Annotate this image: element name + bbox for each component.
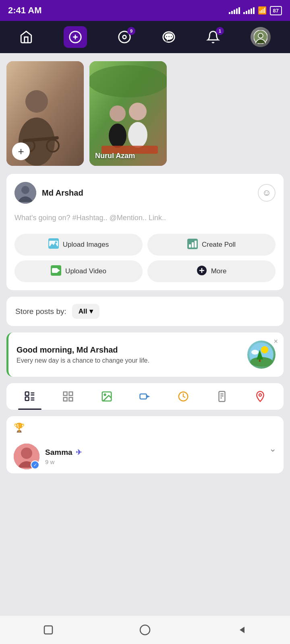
svg-point-22 [21, 186, 29, 194]
post-creator-username: Md Arshad [42, 188, 83, 198]
notification-nav-icon[interactable]: 1 [206, 30, 220, 44]
filter-label: Store posts by: [15, 307, 66, 316]
morning-message: Every new day is a chance to change your… [17, 357, 149, 364]
create-poll-button[interactable]: Create Poll [147, 234, 276, 256]
tab-polls[interactable] [172, 383, 195, 410]
svg-point-38 [261, 346, 268, 353]
create-poll-label: Create Poll [202, 241, 236, 249]
verified-badge-icon: ✓ [31, 460, 39, 469]
post-card-username: Samma ✈ [45, 448, 82, 457]
svg-point-26 [55, 242, 57, 244]
svg-point-66 [140, 625, 150, 635]
svg-rect-55 [140, 394, 146, 399]
android-recent-button[interactable] [38, 620, 58, 640]
status-bar: 2:41 AM 📶 87 [0, 0, 290, 21]
morning-card: Good morning, Md Arshad Every new day is… [6, 332, 284, 377]
svg-point-54 [104, 394, 106, 396]
svg-rect-43 [25, 392, 29, 396]
post-actions: Upload Images Create Poll [14, 234, 276, 282]
post-creator-avatar [14, 182, 36, 204]
filter-dropdown[interactable]: All ▾ [72, 304, 100, 319]
post-card-time: 9 w [45, 458, 82, 465]
tab-location[interactable] [249, 383, 272, 410]
status-icons: 📶 87 [229, 6, 282, 15]
morning-card-text: Good morning, Md Arshad Every new day is… [17, 345, 149, 364]
svg-marker-67 [240, 627, 244, 633]
tab-grid[interactable] [56, 383, 80, 410]
svg-rect-30 [195, 241, 197, 248]
upload-video-label: Upload Video [65, 267, 106, 275]
post-card-user: ✓ Samma ✈ 9 w [14, 444, 82, 469]
emoji-button[interactable]: ☺ [258, 184, 276, 202]
svg-rect-50 [69, 392, 73, 396]
post-creator-header: Md Arshad ☺ [14, 182, 276, 204]
svg-rect-49 [64, 392, 67, 396]
morning-illustration [247, 341, 276, 369]
svg-point-15 [89, 65, 167, 97]
status-time: 2:41 AM [8, 5, 42, 16]
svg-point-19 [128, 122, 147, 148]
svg-point-64 [21, 448, 32, 459]
more-icon [197, 265, 207, 278]
add-nav-button[interactable] [64, 26, 87, 48]
post-input-placeholder[interactable]: What's going on? #Hashtag.. @Mention.. L… [14, 210, 276, 226]
filter-value: All [79, 308, 87, 316]
svg-point-18 [129, 103, 147, 120]
upload-images-button[interactable]: Upload Images [14, 234, 143, 256]
more-label: More [211, 267, 227, 275]
morning-card-close[interactable]: × [273, 337, 278, 346]
filter-bar: Store posts by: All ▾ [6, 297, 284, 326]
post-card-header: ✓ Samma ✈ 9 w ⌄ [6, 436, 284, 473]
ribbon-award-icon: 🏆 [6, 416, 284, 436]
svg-rect-32 [52, 268, 58, 273]
bottom-navigation [0, 615, 290, 644]
dropdown-arrow-icon: ▾ [89, 307, 93, 316]
more-button[interactable]: More [147, 260, 276, 282]
svg-rect-65 [44, 626, 52, 634]
post-card-user-info: Samma ✈ 9 w [45, 448, 82, 465]
post-card-avatar-wrapper: ✓ [14, 444, 39, 469]
svg-point-9 [25, 90, 48, 113]
post-actions-row-1: Upload Images Create Poll [14, 234, 276, 256]
tab-docs[interactable] [210, 383, 234, 410]
upload-video-icon [51, 265, 61, 278]
reels-badge: 9 [127, 27, 135, 35]
upload-video-button[interactable]: Upload Video [14, 260, 143, 282]
wifi-icon: 📶 [258, 6, 267, 15]
svg-point-4 [123, 35, 126, 39]
svg-point-16 [110, 105, 126, 122]
add-story-item[interactable]: + [6, 61, 84, 166]
create-poll-icon [187, 239, 198, 251]
post-card-samma: 🏆 ✓ [6, 416, 284, 473]
story-nurul-azam[interactable]: Nurul Azam [89, 61, 167, 166]
svg-rect-52 [69, 398, 73, 401]
svg-rect-29 [192, 242, 194, 248]
upload-images-icon [48, 238, 59, 251]
upload-images-label: Upload Images [63, 241, 109, 249]
profile-nav-icon[interactable] [251, 27, 271, 47]
tab-videos[interactable] [133, 383, 157, 410]
send-icon: ✈ [76, 448, 82, 457]
svg-point-17 [109, 124, 126, 148]
svg-point-7 [258, 33, 263, 38]
svg-rect-44 [25, 397, 29, 400]
svg-point-62 [259, 394, 261, 396]
tab-images[interactable] [95, 383, 118, 410]
morning-greeting: Good morning, Md Arshad [17, 345, 149, 355]
svg-rect-51 [64, 398, 67, 401]
notif-badge: 1 [216, 27, 224, 35]
chat-nav-icon[interactable]: ● 💬 [162, 30, 176, 44]
signal-icon-2 [243, 7, 255, 14]
post-creator-user: Md Arshad [14, 182, 83, 204]
android-home-button[interactable] [135, 620, 155, 640]
add-story-button[interactable]: + [12, 142, 30, 160]
nav-bar: 9 ● 💬 1 [0, 21, 290, 53]
stories-section: + [0, 53, 290, 174]
reels-nav-icon[interactable]: 9 [118, 30, 131, 44]
post-options-chevron[interactable]: ⌄ [269, 444, 276, 454]
post-creator-card: Md Arshad ☺ What's going on? #Hashtag.. … [6, 174, 284, 290]
svg-point-42 [251, 350, 259, 355]
home-nav-icon[interactable] [19, 30, 33, 44]
android-back-button[interactable] [232, 620, 252, 640]
tab-feed[interactable] [18, 383, 41, 410]
